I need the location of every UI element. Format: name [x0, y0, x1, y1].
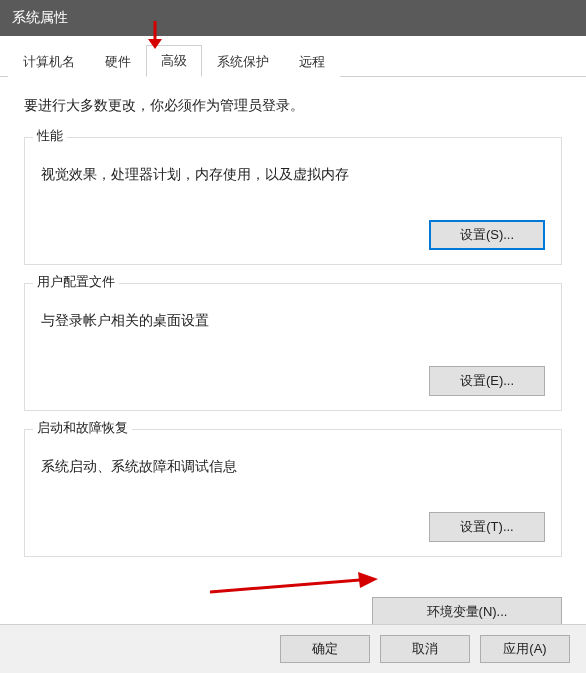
window-title: 系统属性 [12, 9, 68, 27]
annotation-arrow-right-icon [210, 568, 380, 601]
group-startup-recovery: 启动和故障恢复 系统启动、系统故障和调试信息 设置(T)... [24, 429, 562, 557]
tab-hardware[interactable]: 硬件 [90, 46, 146, 77]
svg-marker-1 [148, 39, 162, 49]
group-performance-title: 性能 [33, 127, 67, 145]
group-startup-recovery-desc: 系统启动、系统故障和调试信息 [41, 458, 545, 476]
group-user-profiles-title: 用户配置文件 [33, 273, 119, 291]
tab-strip: 计算机名 硬件 高级 系统保护 远程 [0, 36, 586, 77]
startup-recovery-settings-button[interactable]: 设置(T)... [429, 512, 545, 542]
admin-note: 要进行大多数更改，你必须作为管理员登录。 [24, 97, 562, 115]
tab-remote[interactable]: 远程 [284, 46, 340, 77]
tab-system-protection[interactable]: 系统保护 [202, 46, 284, 77]
user-profiles-settings-button[interactable]: 设置(E)... [429, 366, 545, 396]
group-performance-desc: 视觉效果，处理器计划，内存使用，以及虚拟内存 [41, 166, 545, 184]
title-bar: 系统属性 [0, 0, 586, 36]
group-startup-recovery-title: 启动和故障恢复 [33, 419, 132, 437]
svg-line-2 [210, 580, 360, 592]
performance-settings-button[interactable]: 设置(S)... [429, 220, 545, 250]
group-performance: 性能 视觉效果，处理器计划，内存使用，以及虚拟内存 设置(S)... [24, 137, 562, 265]
dialog-button-row: 确定 取消 应用(A) [0, 624, 586, 673]
environment-variables-button[interactable]: 环境变量(N)... [372, 597, 562, 627]
ok-button[interactable]: 确定 [280, 635, 370, 663]
group-user-profiles-desc: 与登录帐户相关的桌面设置 [41, 312, 545, 330]
tab-content-advanced: 要进行大多数更改，你必须作为管理员登录。 性能 视觉效果，处理器计划，内存使用，… [0, 77, 586, 585]
svg-marker-3 [358, 572, 378, 588]
tab-computer-name[interactable]: 计算机名 [8, 46, 90, 77]
tab-advanced[interactable]: 高级 [146, 45, 202, 77]
group-user-profiles: 用户配置文件 与登录帐户相关的桌面设置 设置(E)... [24, 283, 562, 411]
cancel-button[interactable]: 取消 [380, 635, 470, 663]
apply-button[interactable]: 应用(A) [480, 635, 570, 663]
